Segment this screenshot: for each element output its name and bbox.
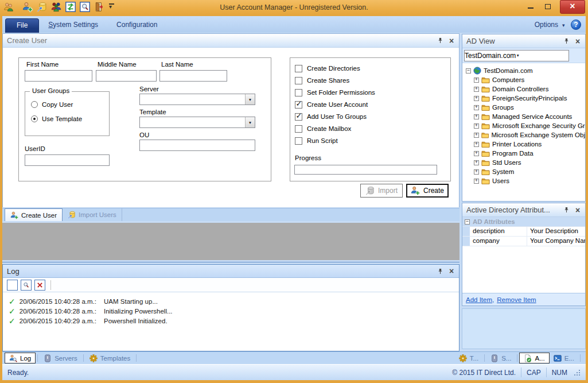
expand-icon[interactable] — [474, 123, 479, 129]
checkbox[interactable] — [295, 101, 302, 109]
close-panel-icon[interactable] — [448, 268, 455, 274]
minimize-button[interactable] — [522, 0, 539, 13]
tree-item[interactable]: System — [462, 167, 585, 176]
menu-tab-configuration[interactable]: Configuration — [107, 17, 166, 33]
expand-icon[interactable] — [474, 169, 479, 175]
expand-icon[interactable] — [474, 78, 479, 83]
tab-create-user[interactable]: Create User — [5, 208, 63, 221]
attribute-name-cell[interactable]: company — [470, 237, 527, 246]
menu-tab-system-settings[interactable]: System Settings — [39, 17, 107, 33]
tree-item[interactable]: Microsoft Exchange Security Gr — [462, 121, 585, 130]
tab-templates[interactable]: Templates — [85, 353, 134, 363]
tree-root-domain[interactable]: TestDomain.com — [462, 66, 585, 75]
pin-icon[interactable] — [437, 37, 443, 44]
collapse-icon[interactable] — [466, 68, 471, 73]
tab-log[interactable]: Log — [5, 353, 36, 363]
middle-name-field[interactable] — [96, 70, 157, 82]
options-caret-icon[interactable] — [562, 21, 567, 29]
tree-item[interactable]: Microsoft Exchange System Obj — [462, 130, 585, 140]
expand-icon[interactable] — [474, 142, 479, 147]
radio-button[interactable] — [31, 101, 38, 108]
tree-item[interactable]: Managed Service Accounts — [462, 112, 585, 121]
expand-icon[interactable] — [474, 179, 479, 184]
radio-copy-user[interactable]: Copy User — [31, 101, 73, 108]
close-panel-icon[interactable] — [448, 38, 455, 44]
checkbox[interactable] — [295, 113, 302, 121]
tab-import-users[interactable]: Import Users — [63, 208, 122, 221]
expand-icon[interactable] — [474, 87, 479, 92]
radio-button[interactable] — [31, 115, 38, 122]
userid-field[interactable] — [25, 154, 110, 166]
tab-servers-docked[interactable]: S... — [486, 353, 515, 363]
attribute-value-cell[interactable]: Your Description — [527, 227, 585, 236]
expand-icon[interactable] — [474, 114, 479, 119]
expand-icon[interactable] — [474, 105, 479, 110]
tree-item[interactable]: Users — [462, 176, 585, 185]
dropdown-arrow-icon[interactable] — [516, 51, 519, 61]
pin-icon[interactable] — [437, 268, 443, 274]
template-combobox[interactable] — [139, 117, 255, 128]
ad-view-panel-header: AD View — [462, 34, 585, 48]
task-checkbox-row[interactable]: Run Script — [295, 136, 375, 145]
tree-item[interactable]: Program Data — [462, 149, 585, 158]
checkbox[interactable] — [295, 125, 302, 133]
checkbox[interactable] — [295, 137, 302, 145]
splitter[interactable] — [2, 262, 460, 262]
expand-icon[interactable] — [474, 96, 479, 101]
task-checkbox-row[interactable]: Add User To Groups — [295, 112, 375, 121]
checkbox[interactable] — [295, 65, 302, 72]
tree-item[interactable]: ForeignSecurityPrincipals — [462, 94, 585, 103]
expand-icon[interactable] — [474, 133, 479, 138]
tab-servers[interactable]: Servers — [40, 353, 81, 363]
pin-icon[interactable] — [563, 38, 570, 44]
tree-item[interactable]: Domain Controllers — [462, 84, 585, 94]
tab-templates-docked[interactable]: T... — [455, 353, 482, 363]
last-name-field[interactable] — [159, 70, 227, 82]
help-icon[interactable] — [571, 20, 581, 30]
expand-icon[interactable] — [474, 151, 479, 156]
close-button[interactable] — [560, 0, 585, 14]
import-button[interactable]: Import — [360, 184, 403, 198]
task-checkbox-row[interactable]: Create Shares — [295, 76, 375, 85]
expand-icon[interactable] — [474, 160, 479, 165]
first-name-field[interactable] — [25, 70, 92, 82]
task-checkbox-row[interactable]: Create User Account — [295, 100, 375, 109]
log-search-button[interactable] — [21, 280, 32, 291]
attribute-name-cell[interactable]: description — [470, 227, 527, 236]
tab-explorer-docked[interactable]: E... — [550, 353, 578, 363]
log-clear-button[interactable] — [34, 280, 45, 291]
tree-item[interactable]: Printer Locations — [462, 140, 585, 149]
checkbox[interactable] — [295, 89, 302, 96]
options-menu[interactable]: Options — [535, 21, 558, 29]
resize-grip[interactable] — [573, 369, 581, 376]
ou-field[interactable] — [139, 140, 255, 151]
attribute-value-cell[interactable]: Your Company Name — [527, 237, 585, 246]
create-button[interactable]: Create — [406, 184, 449, 198]
collapse-icon[interactable] — [465, 219, 470, 225]
remove-item-link[interactable]: Remove Item — [497, 296, 536, 303]
maximize-button[interactable] — [539, 0, 556, 13]
dropdown-arrow-icon[interactable] — [245, 117, 255, 127]
server-combobox[interactable] — [139, 94, 255, 105]
close-panel-icon[interactable] — [574, 207, 581, 213]
tree-item[interactable]: Groups — [462, 103, 585, 112]
tree-item[interactable]: Computers — [462, 75, 585, 84]
grid-row[interactable]: description Your Description — [462, 227, 585, 237]
log-blank-button[interactable] — [7, 280, 18, 291]
grid-row[interactable]: company Your Company Name — [462, 237, 585, 246]
add-item-link[interactable]: Add Item — [466, 296, 492, 303]
dropdown-arrow-icon[interactable] — [245, 94, 255, 105]
pin-icon[interactable] — [563, 207, 570, 213]
task-checkbox-row[interactable]: Set Folder Permissions — [295, 88, 375, 97]
tree-item[interactable]: Std Users — [462, 158, 585, 167]
tab-attributes-docked[interactable]: A... — [519, 353, 549, 363]
task-checkbox-row[interactable]: Create Mailbox — [295, 124, 375, 133]
menu-tab-file[interactable]: File — [5, 18, 39, 33]
grid-group-header[interactable]: AD Attributes — [462, 217, 585, 227]
checkbox[interactable] — [295, 77, 302, 84]
close-panel-icon[interactable] — [574, 38, 581, 44]
task-checkbox-row[interactable]: Create Directories — [295, 64, 375, 73]
create-user-panel: Create User First Name Middle Name Last … — [2, 33, 460, 207]
radio-use-template[interactable]: Use Template — [31, 115, 82, 122]
domain-combobox[interactable]: TestDomain.com — [464, 50, 569, 61]
